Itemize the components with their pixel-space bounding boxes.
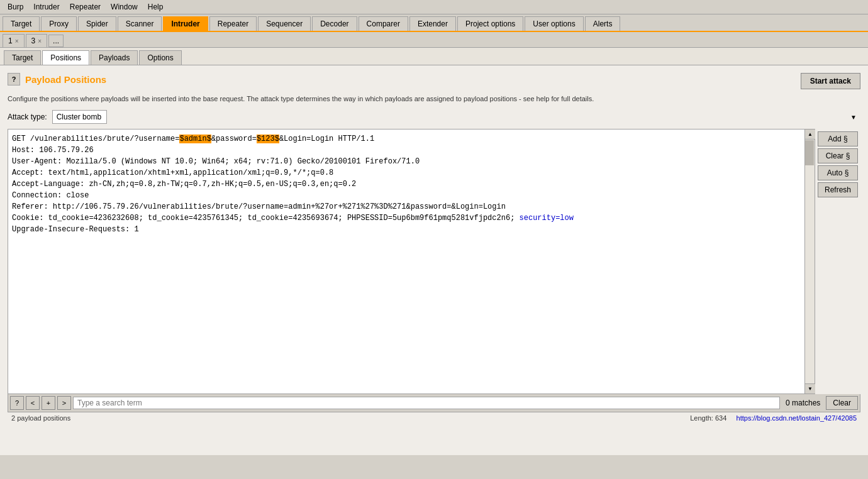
instance-tab-1[interactable]: 1 ×: [3, 34, 25, 47]
panel-title: Payload Positions: [25, 74, 106, 85]
instance-tab-1-label: 1: [8, 36, 13, 45]
tab-scanner[interactable]: Scanner: [118, 16, 162, 31]
attack-type-label: Attack type:: [8, 113, 47, 121]
instance-tab-3-label: 3: [31, 36, 36, 45]
tab-intruder[interactable]: Intruder: [163, 16, 208, 31]
status-url: https://blog.csdn.net/lostain_427/42085: [737, 414, 857, 422]
tab-extender[interactable]: Extender: [409, 16, 456, 31]
menu-help[interactable]: Help: [143, 1, 169, 13]
menu-bar: Burp Intruder Repeater Window Help: [0, 0, 868, 14]
search-bar: ? < + > 0 matches Clear: [8, 394, 860, 412]
payload-mark-1: $admin$: [179, 135, 211, 143]
tab-proxy[interactable]: Proxy: [41, 16, 77, 31]
search-input[interactable]: [73, 397, 780, 409]
match-count: 0 matches: [782, 399, 824, 407]
attack-type-select-wrapper: Sniper Battering ram Pitchfork Cluster b…: [52, 110, 860, 124]
tab-spider[interactable]: Spider: [78, 16, 116, 31]
tab-decoder[interactable]: Decoder: [312, 16, 357, 31]
tab-user-options[interactable]: User options: [525, 16, 583, 31]
payload-positions-count: 2 payload positions: [11, 414, 70, 422]
instance-tab-1-close[interactable]: ×: [15, 38, 19, 45]
main-tab-bar: Target Proxy Spider Scanner Intruder Rep…: [0, 14, 868, 32]
panel-help-button[interactable]: ?: [8, 73, 20, 85]
scrollbar-thumb[interactable]: [805, 140, 814, 165]
attack-type-select[interactable]: Sniper Battering ram Pitchfork Cluster b…: [52, 110, 107, 124]
start-attack-button[interactable]: Start attack: [801, 73, 860, 89]
section-tab-bar: Target Positions Payloads Options: [0, 48, 868, 65]
payload-positions-panel: ? Payload Positions Start attack Configu…: [8, 73, 860, 424]
request-editor-container: GET /vulnerabilities/brute/?username=$ad…: [8, 129, 815, 394]
tab-section-positions[interactable]: Positions: [42, 50, 89, 65]
auto-section-button[interactable]: Auto §: [818, 165, 858, 180]
search-clear-button[interactable]: Clear: [826, 396, 858, 410]
tab-project-options[interactable]: Project options: [457, 16, 523, 31]
scroll-down-arrow[interactable]: ▼: [805, 383, 815, 394]
tab-section-target[interactable]: Target: [4, 50, 41, 65]
menu-window[interactable]: Window: [106, 1, 143, 13]
refresh-button[interactable]: Refresh: [818, 182, 858, 197]
search-help-button[interactable]: ?: [10, 396, 24, 410]
attack-type-row: Attack type: Sniper Battering ram Pitchf…: [8, 110, 860, 124]
panel-description: Configure the positions where payloads w…: [8, 94, 860, 104]
search-next-button[interactable]: >: [57, 396, 71, 410]
menu-repeater[interactable]: Repeater: [65, 1, 106, 13]
clear-section-button[interactable]: Clear §: [818, 148, 858, 163]
search-prev-button[interactable]: <: [26, 396, 40, 410]
tab-section-payloads[interactable]: Payloads: [91, 50, 138, 65]
scrollbar-track: [805, 140, 815, 383]
tab-alerts[interactable]: Alerts: [585, 16, 621, 31]
status-bar: 2 payload positions Length: 634 https://…: [8, 412, 860, 424]
length-info: Length: 634 https://blog.csdn.net/lostai…: [690, 414, 857, 422]
instance-tab-3-close[interactable]: ×: [38, 38, 42, 45]
editor-scrollbar: ▲ ▼: [804, 129, 815, 394]
tab-comparer[interactable]: Comparer: [359, 16, 408, 31]
menu-burp[interactable]: Burp: [3, 1, 28, 13]
request-editor[interactable]: GET /vulnerabilities/brute/?username=$ad…: [8, 129, 804, 394]
tab-target[interactable]: Target: [3, 16, 40, 31]
tab-section-options[interactable]: Options: [139, 50, 181, 65]
side-button-panel: Add § Clear § Auto § Refresh: [815, 129, 860, 394]
tab-repeater[interactable]: Repeater: [209, 16, 257, 31]
scroll-up-arrow[interactable]: ▲: [805, 129, 815, 140]
content-area: ? Payload Positions Start attack Configu…: [0, 65, 868, 455]
panel-title-section: ? Payload Positions: [8, 73, 106, 85]
tab-sequencer[interactable]: Sequencer: [258, 16, 311, 31]
request-line1: GET /vulnerabilities/brute/?username=$ad…: [12, 135, 574, 234]
menu-intruder[interactable]: Intruder: [28, 1, 64, 13]
add-section-button[interactable]: Add §: [818, 131, 858, 146]
instance-tab-bar: 1 × 3 × ...: [0, 32, 868, 48]
cookie-security: security=low: [520, 214, 574, 223]
payload-mark-2: $123$: [257, 135, 279, 143]
more-tabs-button[interactable]: ...: [48, 35, 64, 47]
instance-tab-3[interactable]: 3 ×: [26, 34, 48, 47]
length-label: Length: 634: [690, 414, 726, 422]
search-add-button[interactable]: +: [42, 396, 55, 410]
panel-header: ? Payload Positions Start attack: [8, 73, 860, 89]
